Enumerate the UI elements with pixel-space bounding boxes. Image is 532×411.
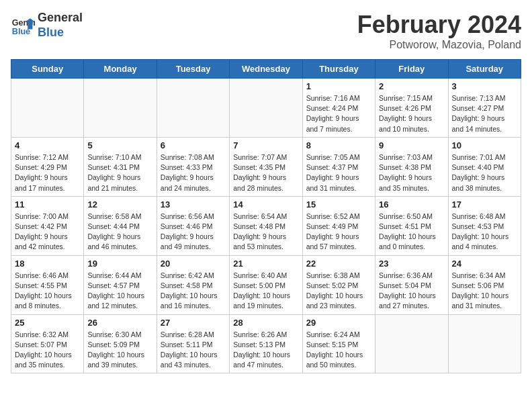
day-info: Sunrise: 6:54 AM Sunset: 4:48 PM Dayligh… [233, 212, 298, 253]
day-info: Sunrise: 7:08 AM Sunset: 4:33 PM Dayligh… [161, 152, 226, 193]
day-number: 21 [233, 259, 298, 269]
calendar-cell: 20Sunrise: 6:42 AM Sunset: 4:58 PM Dayli… [157, 255, 229, 314]
weekday-header-saturday: Saturday [448, 60, 521, 79]
calendar-cell: 22Sunrise: 6:38 AM Sunset: 5:02 PM Dayli… [302, 255, 375, 314]
calendar-header: SundayMondayTuesdayWednesdayThursdayFrid… [11, 60, 521, 79]
page-header: General Blue General Blue February 2024 … [11, 11, 521, 51]
day-number: 8 [306, 140, 371, 150]
calendar-cell: 21Sunrise: 6:40 AM Sunset: 5:00 PM Dayli… [230, 255, 302, 314]
day-info: Sunrise: 6:38 AM Sunset: 5:02 PM Dayligh… [306, 271, 371, 312]
day-number: 17 [452, 199, 517, 210]
logo-line2: Blue [38, 26, 83, 40]
day-info: Sunrise: 6:48 AM Sunset: 4:53 PM Dayligh… [452, 212, 517, 253]
calendar-cell: 28Sunrise: 6:26 AM Sunset: 5:13 PM Dayli… [230, 314, 302, 373]
day-info: Sunrise: 7:07 AM Sunset: 4:35 PM Dayligh… [233, 152, 298, 193]
weekday-row: SundayMondayTuesdayWednesdayThursdayFrid… [11, 60, 521, 79]
day-number: 22 [306, 259, 371, 269]
day-info: Sunrise: 6:56 AM Sunset: 4:46 PM Dayligh… [161, 212, 226, 253]
calendar-cell: 13Sunrise: 6:56 AM Sunset: 4:46 PM Dayli… [157, 196, 229, 255]
weekday-header-tuesday: Tuesday [157, 60, 229, 79]
weekday-header-thursday: Thursday [302, 60, 375, 79]
day-info: Sunrise: 7:05 AM Sunset: 4:37 PM Dayligh… [306, 152, 371, 193]
day-info: Sunrise: 6:58 AM Sunset: 4:44 PM Dayligh… [87, 212, 152, 253]
day-info: Sunrise: 7:16 AM Sunset: 4:24 PM Dayligh… [306, 93, 371, 134]
logo-line1: General [38, 11, 83, 26]
day-info: Sunrise: 6:44 AM Sunset: 4:57 PM Dayligh… [87, 271, 152, 312]
day-number: 27 [161, 318, 226, 328]
calendar-cell: 26Sunrise: 6:30 AM Sunset: 5:09 PM Dayli… [84, 314, 157, 373]
day-number: 16 [379, 199, 444, 210]
logo: General Blue General Blue [11, 11, 83, 40]
weekday-header-monday: Monday [84, 60, 157, 79]
logo-icon: General Blue [11, 13, 35, 38]
calendar-cell: 15Sunrise: 6:52 AM Sunset: 4:49 PM Dayli… [302, 196, 375, 255]
week-row-1: 1Sunrise: 7:16 AM Sunset: 4:24 PM Daylig… [11, 79, 521, 138]
day-info: Sunrise: 6:52 AM Sunset: 4:49 PM Dayligh… [306, 212, 371, 253]
day-number: 24 [452, 259, 517, 269]
day-number: 18 [15, 259, 80, 269]
weekday-header-wednesday: Wednesday [230, 60, 302, 79]
calendar-cell: 9Sunrise: 7:03 AM Sunset: 4:38 PM Daylig… [375, 137, 448, 196]
calendar-cell: 5Sunrise: 7:10 AM Sunset: 4:31 PM Daylig… [84, 137, 157, 196]
day-number: 10 [452, 140, 517, 150]
calendar-cell: 17Sunrise: 6:48 AM Sunset: 4:53 PM Dayli… [448, 196, 521, 255]
calendar-cell [375, 314, 448, 373]
calendar-cell: 16Sunrise: 6:50 AM Sunset: 4:51 PM Dayli… [375, 196, 448, 255]
day-number: 12 [87, 199, 152, 210]
calendar-cell: 14Sunrise: 6:54 AM Sunset: 4:48 PM Dayli… [230, 196, 302, 255]
day-info: Sunrise: 7:13 AM Sunset: 4:27 PM Dayligh… [452, 93, 517, 134]
day-number: 4 [15, 140, 80, 150]
calendar-cell: 25Sunrise: 6:32 AM Sunset: 5:07 PM Dayli… [11, 314, 84, 373]
calendar-subtitle: Potworow, Mazovia, Poland [357, 39, 521, 51]
calendar-cell: 7Sunrise: 7:07 AM Sunset: 4:35 PM Daylig… [230, 137, 302, 196]
calendar-cell [230, 79, 302, 138]
day-info: Sunrise: 6:50 AM Sunset: 4:51 PM Dayligh… [379, 212, 444, 253]
day-number: 6 [161, 140, 226, 150]
calendar-cell: 4Sunrise: 7:12 AM Sunset: 4:29 PM Daylig… [11, 137, 84, 196]
calendar-cell: 27Sunrise: 6:28 AM Sunset: 5:11 PM Dayli… [157, 314, 229, 373]
day-number: 15 [306, 199, 371, 210]
day-number: 20 [161, 259, 226, 269]
day-info: Sunrise: 6:30 AM Sunset: 5:09 PM Dayligh… [87, 330, 152, 371]
day-info: Sunrise: 6:32 AM Sunset: 5:07 PM Dayligh… [15, 330, 80, 371]
day-number: 2 [379, 81, 444, 91]
day-info: Sunrise: 7:12 AM Sunset: 4:29 PM Dayligh… [15, 152, 80, 193]
calendar-title: February 2024 [357, 11, 521, 39]
calendar-cell: 23Sunrise: 6:36 AM Sunset: 5:04 PM Dayli… [375, 255, 448, 314]
calendar-cell [157, 79, 229, 138]
calendar-cell: 3Sunrise: 7:13 AM Sunset: 4:27 PM Daylig… [448, 79, 521, 138]
calendar-cell: 11Sunrise: 7:00 AM Sunset: 4:42 PM Dayli… [11, 196, 84, 255]
calendar-cell: 29Sunrise: 6:24 AM Sunset: 5:15 PM Dayli… [302, 314, 375, 373]
calendar-cell: 6Sunrise: 7:08 AM Sunset: 4:33 PM Daylig… [157, 137, 229, 196]
day-info: Sunrise: 7:10 AM Sunset: 4:31 PM Dayligh… [87, 152, 152, 193]
week-row-4: 18Sunrise: 6:46 AM Sunset: 4:55 PM Dayli… [11, 255, 521, 314]
day-number: 23 [379, 259, 444, 269]
day-info: Sunrise: 7:01 AM Sunset: 4:40 PM Dayligh… [452, 152, 517, 193]
calendar-cell: 2Sunrise: 7:15 AM Sunset: 4:26 PM Daylig… [375, 79, 448, 138]
day-info: Sunrise: 7:03 AM Sunset: 4:38 PM Dayligh… [379, 152, 444, 193]
day-info: Sunrise: 6:28 AM Sunset: 5:11 PM Dayligh… [161, 330, 226, 371]
calendar-cell [448, 314, 521, 373]
day-info: Sunrise: 6:24 AM Sunset: 5:15 PM Dayligh… [306, 330, 371, 371]
calendar-cell [84, 79, 157, 138]
calendar-cell: 1Sunrise: 7:16 AM Sunset: 4:24 PM Daylig… [302, 79, 375, 138]
day-number: 13 [161, 199, 226, 210]
day-number: 29 [306, 318, 371, 328]
day-number: 9 [379, 140, 444, 150]
calendar-cell [11, 79, 84, 138]
weekday-header-sunday: Sunday [11, 60, 84, 79]
day-info: Sunrise: 7:15 AM Sunset: 4:26 PM Dayligh… [379, 93, 444, 134]
day-info: Sunrise: 7:00 AM Sunset: 4:42 PM Dayligh… [15, 212, 80, 253]
day-number: 14 [233, 199, 298, 210]
calendar-cell: 8Sunrise: 7:05 AM Sunset: 4:37 PM Daylig… [302, 137, 375, 196]
calendar-cell: 19Sunrise: 6:44 AM Sunset: 4:57 PM Dayli… [84, 255, 157, 314]
day-number: 1 [306, 81, 371, 91]
day-number: 26 [87, 318, 152, 328]
day-number: 3 [452, 81, 517, 91]
day-info: Sunrise: 6:42 AM Sunset: 4:58 PM Dayligh… [161, 271, 226, 312]
calendar-cell: 24Sunrise: 6:34 AM Sunset: 5:06 PM Dayli… [448, 255, 521, 314]
week-row-5: 25Sunrise: 6:32 AM Sunset: 5:07 PM Dayli… [11, 314, 521, 373]
calendar-table: SundayMondayTuesdayWednesdayThursdayFrid… [11, 59, 521, 373]
svg-text:Blue: Blue [12, 26, 30, 36]
calendar-cell: 18Sunrise: 6:46 AM Sunset: 4:55 PM Dayli… [11, 255, 84, 314]
